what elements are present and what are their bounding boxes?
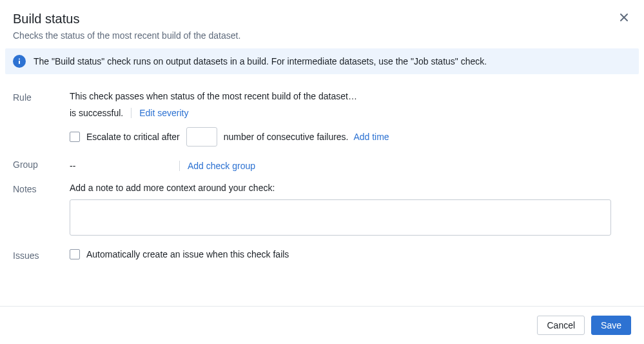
escalate-prefix-text: Escalate to critical after <box>86 132 180 142</box>
dialog-subtitle: Checks the status of the most recent bui… <box>13 30 631 41</box>
svg-rect-2 <box>19 59 20 60</box>
group-section: Group -- Add check group <box>13 158 631 174</box>
notes-textarea[interactable] <box>70 199 611 236</box>
auto-create-issue-label: Automatically create an issue when this … <box>86 249 289 259</box>
info-icon <box>13 55 26 68</box>
svg-rect-3 <box>19 61 20 65</box>
info-banner-text: The "Build status" check runs on output … <box>34 56 487 66</box>
build-status-dialog: Build status Checks the status of the mo… <box>0 0 644 344</box>
group-label: Group <box>13 158 70 170</box>
divider <box>131 108 132 118</box>
add-check-group-link[interactable]: Add check group <box>188 161 255 171</box>
escalate-suffix-text: number of consecutive failures. <box>224 132 349 142</box>
auto-create-issue-checkbox[interactable] <box>70 249 80 259</box>
escalate-row: Escalate to critical after number of con… <box>70 127 631 147</box>
group-value: -- <box>70 161 171 171</box>
escalate-count-input[interactable] <box>186 127 217 147</box>
notes-section: Notes Add a note to add more context aro… <box>13 183 631 238</box>
save-button[interactable]: Save <box>591 316 631 335</box>
rule-label: Rule <box>13 91 70 103</box>
notes-label: Notes <box>13 183 70 194</box>
notes-caption: Add a note to add more context around yo… <box>70 183 631 193</box>
dialog-footer: Cancel Save <box>0 306 644 344</box>
escalate-checkbox[interactable] <box>70 132 80 142</box>
close-button[interactable] <box>617 10 631 25</box>
rule-section: Rule This check passes when status of th… <box>13 91 631 147</box>
edit-severity-link[interactable]: Edit severity <box>139 108 188 118</box>
rule-status-text: is successful. <box>70 108 123 118</box>
rule-status-row: is successful. Edit severity <box>70 108 631 118</box>
close-icon <box>619 12 629 23</box>
dialog-body: Rule This check passes when status of th… <box>0 74 644 306</box>
dialog-title: Build status <box>13 12 631 26</box>
cancel-button[interactable]: Cancel <box>537 316 585 335</box>
divider <box>179 161 180 171</box>
issues-label: Issues <box>13 249 70 261</box>
dialog-header: Build status Checks the status of the mo… <box>0 0 644 48</box>
add-time-link[interactable]: Add time <box>353 132 389 142</box>
info-banner: The "Build status" check runs on output … <box>5 48 639 74</box>
rule-description: This check passes when status of the mos… <box>70 91 631 101</box>
issues-section: Issues Automatically create an issue whe… <box>13 249 631 261</box>
